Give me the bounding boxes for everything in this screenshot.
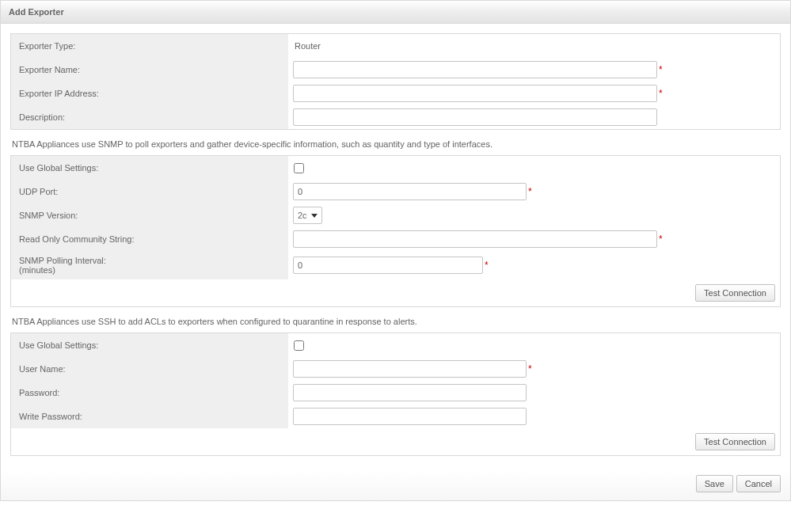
ssh-use-global-checkbox[interactable] [294, 340, 304, 351]
chevron-down-icon [311, 214, 318, 218]
exporter-type-label: Exporter Type: [11, 34, 288, 58]
user-name-label: User Name: [11, 357, 288, 381]
ssh-test-connection-button[interactable]: Test Connection [695, 433, 775, 450]
write-password-input[interactable] [293, 408, 527, 425]
add-exporter-dialog: Add Exporter Exporter Type: Router Expor… [0, 0, 791, 501]
snmp-test-connection-button[interactable]: Test Connection [695, 284, 775, 302]
snmp-info-text: NTBA Appliances use SNMP to poll exporte… [10, 135, 781, 155]
community-string-label: Read Only Community String: [11, 227, 288, 251]
required-marker: * [659, 234, 663, 245]
dialog-body: Exporter Type: Router Exporter Name: * E… [1, 24, 790, 470]
snmp-version-value: 2c [298, 211, 307, 220]
snmp-use-global-checkbox[interactable] [294, 163, 304, 173]
udp-port-input[interactable] [293, 183, 527, 200]
user-name-input[interactable] [293, 360, 527, 378]
required-marker: * [659, 64, 663, 75]
polling-interval-input[interactable] [293, 256, 483, 274]
exporter-type-value: Router [293, 41, 321, 51]
write-password-label: Write Password: [11, 405, 288, 428]
exporter-ip-label: Exporter IP Address: [11, 82, 288, 105]
snmp-version-label: SNMP Version: [11, 203, 288, 227]
dialog-title: Add Exporter [1, 1, 790, 24]
snmp-section: Use Global Settings: UDP Port: * SNMP Ve… [10, 155, 781, 307]
snmp-use-global-label: Use Global Settings: [11, 156, 288, 180]
udp-port-label: UDP Port: [11, 180, 288, 203]
exporter-name-label: Exporter Name: [11, 58, 288, 82]
snmp-version-select[interactable]: 2c [293, 207, 322, 224]
ssh-info-text: NTBA Appliances use SSH to add ACLs to e… [10, 312, 781, 332]
exporter-name-input[interactable] [293, 61, 657, 78]
community-string-input[interactable] [293, 230, 657, 248]
required-marker: * [485, 260, 489, 271]
save-button[interactable]: Save [696, 475, 733, 492]
description-label: Description: [11, 105, 288, 129]
exporter-ip-input[interactable] [293, 85, 657, 102]
required-marker: * [528, 186, 532, 197]
required-marker: * [528, 363, 532, 374]
polling-interval-label: SNMP Polling Interval: (minutes) [11, 251, 288, 279]
dialog-footer: Save Cancel [1, 470, 790, 500]
cancel-button[interactable]: Cancel [736, 475, 781, 492]
required-marker: * [659, 88, 663, 99]
password-input[interactable] [293, 384, 527, 401]
description-input[interactable] [293, 108, 657, 126]
password-label: Password: [11, 381, 288, 405]
exporter-basic-section: Exporter Type: Router Exporter Name: * E… [10, 33, 781, 130]
ssh-section: Use Global Settings: User Name: * Passwo… [10, 332, 781, 456]
ssh-use-global-label: Use Global Settings: [11, 333, 288, 357]
